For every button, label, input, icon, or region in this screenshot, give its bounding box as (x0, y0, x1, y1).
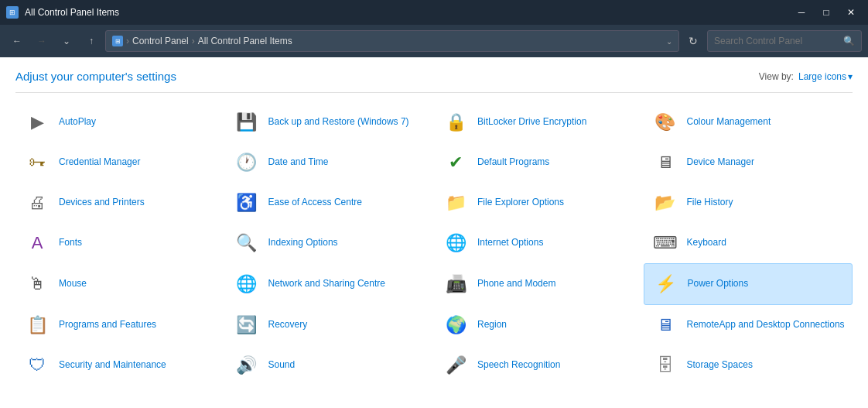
item-mouse[interactable]: 🖱Mouse (15, 263, 225, 305)
item-sound[interactable]: 🔊Sound (225, 345, 435, 386)
view-by-label: View by: (759, 71, 794, 82)
devmgr-icon: 🖥 (651, 149, 679, 177)
item-bitlocker[interactable]: 🔒BitLocker Drive Encryption (434, 102, 644, 142)
network-icon: 🌐 (233, 270, 261, 298)
item-phone[interactable]: 📠Phone and Modem (434, 263, 644, 305)
sound-icon: 🔊 (233, 351, 261, 379)
bitlocker-label: BitLocker Drive Encryption (477, 116, 586, 129)
up-button[interactable]: ↑ (80, 30, 102, 52)
bitlocker-icon: 🔒 (442, 108, 470, 136)
item-remote[interactable]: 🖥RemoteApp and Desktop Connections (644, 305, 853, 345)
minimize-button[interactable]: ─ (791, 5, 812, 20)
item-autoplay[interactable]: ▶AutoPlay (15, 102, 225, 142)
refresh-button[interactable]: ↻ (682, 30, 704, 52)
internet-icon: 🌐 (442, 229, 470, 257)
item-region[interactable]: 🌍Region (434, 305, 644, 345)
recovery-label: Recovery (268, 319, 308, 331)
header-row: Adjust your computer's settings View by:… (15, 70, 853, 83)
address-dropdown-button[interactable]: ⌄ (666, 37, 672, 46)
item-ease[interactable]: ♿Ease of Access Centre (225, 183, 435, 223)
search-box: 🔍 (707, 30, 862, 52)
address-bar-icon: ⊞ (112, 36, 123, 46)
filehist-icon: 📂 (651, 189, 679, 217)
security-label: Security and Maintenance (59, 359, 166, 372)
address-bar[interactable]: ⊞ › Control Panel › All Control Panel It… (105, 30, 679, 52)
phone-icon: 📠 (442, 270, 470, 298)
keyboard-label: Keyboard (687, 237, 726, 249)
item-devmgr[interactable]: 🖥Device Manager (644, 142, 853, 183)
back-button[interactable]: ← (6, 30, 28, 52)
speech-label: Speech Recognition (477, 359, 560, 372)
phone-label: Phone and Modem (477, 278, 555, 290)
item-default[interactable]: ✔Default Programs (434, 142, 644, 183)
backup-icon: 💾 (233, 108, 261, 136)
fileexp-icon: 📁 (442, 189, 470, 217)
recovery-icon: 🔄 (233, 311, 261, 339)
item-datetime[interactable]: 🕐Date and Time (225, 142, 435, 183)
item-keyboard[interactable]: ⌨Keyboard (644, 223, 853, 263)
main-content: Adjust your computer's settings View by:… (0, 57, 868, 408)
sound-label: Sound (268, 359, 296, 372)
item-credential[interactable]: 🗝Credential Manager (15, 142, 225, 183)
item-colour[interactable]: 🎨Colour Management (644, 102, 853, 142)
item-internet[interactable]: 🌐Internet Options (434, 223, 644, 263)
title-bar-controls: ─ □ ✕ (791, 5, 862, 20)
address-part-2: All Control Panel Items (198, 36, 292, 46)
view-by-arrow: ▾ (848, 71, 853, 82)
item-storage[interactable]: 🗄Storage Spaces (644, 345, 853, 386)
item-recovery[interactable]: 🔄Recovery (225, 305, 435, 345)
item-network[interactable]: 🌐Network and Sharing Centre (225, 263, 435, 305)
region-icon: 🌍 (442, 311, 470, 339)
divider (15, 92, 853, 93)
ease-icon: ♿ (233, 189, 261, 217)
maximize-button[interactable]: □ (815, 5, 837, 20)
mouse-icon: 🖱 (23, 270, 51, 298)
internet-label: Internet Options (477, 237, 543, 249)
storage-label: Storage Spaces (687, 359, 753, 372)
search-input[interactable] (714, 36, 840, 46)
items-grid: ▶AutoPlay💾Back up and Restore (Windows 7… (15, 102, 853, 386)
page-title: Adjust your computer's settings (15, 70, 176, 83)
devices-icon: 🖨 (23, 189, 51, 217)
network-label: Network and Sharing Centre (268, 278, 385, 290)
programs-icon: 📋 (23, 311, 51, 339)
item-backup[interactable]: 💾Back up and Restore (Windows 7) (225, 102, 435, 142)
app-icon: ⊞ (6, 6, 19, 19)
item-indexing[interactable]: 🔍Indexing Options (225, 223, 435, 263)
title-bar: ⊞ All Control Panel Items ─ □ ✕ (0, 0, 868, 25)
fileexp-label: File Explorer Options (477, 197, 564, 209)
item-power[interactable]: ⚡Power Options (644, 263, 853, 305)
item-speech[interactable]: 🎤Speech Recognition (434, 345, 644, 386)
mouse-label: Mouse (59, 278, 87, 290)
navigation-bar: ← → ⌄ ↑ ⊞ › Control Panel › All Control … (0, 25, 868, 57)
fonts-icon: A (23, 229, 51, 257)
security-icon: 🛡 (23, 351, 51, 379)
view-by-control: View by: Large icons ▾ (759, 71, 853, 82)
close-button[interactable]: ✕ (840, 5, 862, 20)
item-fileexp[interactable]: 📁File Explorer Options (434, 183, 644, 223)
item-fonts[interactable]: AFonts (15, 223, 225, 263)
window-title: All Control Panel Items (25, 7, 119, 18)
item-filehist[interactable]: 📂File History (644, 183, 853, 223)
item-devices[interactable]: 🖨Devices and Printers (15, 183, 225, 223)
item-programs[interactable]: 📋Programs and Features (15, 305, 225, 345)
item-security[interactable]: 🛡Security and Maintenance (15, 345, 225, 386)
programs-label: Programs and Features (59, 319, 156, 331)
indexing-icon: 🔍 (233, 229, 261, 257)
forward-button[interactable]: → (31, 30, 53, 52)
remote-label: RemoteApp and Desktop Connections (687, 319, 845, 331)
default-icon: ✔ (442, 149, 470, 177)
autoplay-label: AutoPlay (59, 116, 96, 129)
power-label: Power Options (688, 278, 749, 290)
address-part-1: Control Panel (132, 36, 189, 46)
devices-label: Devices and Printers (59, 197, 145, 209)
fonts-label: Fonts (59, 237, 82, 249)
autoplay-icon: ▶ (23, 108, 51, 136)
view-by-value[interactable]: Large icons ▾ (798, 71, 853, 82)
filehist-label: File History (687, 197, 733, 209)
colour-label: Colour Management (687, 116, 771, 129)
remote-icon: 🖥 (651, 311, 679, 339)
recent-button[interactable]: ⌄ (56, 30, 77, 52)
colour-icon: 🎨 (651, 108, 679, 136)
region-label: Region (477, 319, 507, 331)
